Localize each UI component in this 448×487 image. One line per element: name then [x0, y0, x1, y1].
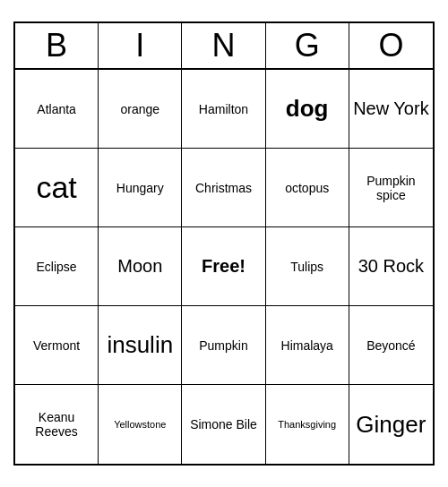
bingo-cell: Hamilton	[182, 70, 265, 149]
bingo-cell: dog	[266, 70, 349, 149]
bingo-cell: cat	[15, 149, 99, 227]
header-letter: G	[266, 23, 349, 68]
bingo-cell: Pumpkin	[182, 306, 265, 385]
bingo-cell: Vermont	[15, 306, 99, 385]
bingo-cell: insulin	[99, 306, 182, 385]
bingo-cell: Atlanta	[15, 70, 99, 149]
bingo-cell: Simone Bile	[182, 385, 265, 464]
bingo-grid: AtlantaorangeHamiltondogNew YorkcatHunga…	[15, 70, 433, 464]
bingo-cell: Keanu Reeves	[15, 385, 99, 464]
bingo-cell: Free!	[182, 227, 265, 306]
bingo-cell: New York	[349, 70, 433, 149]
bingo-cell: octopus	[266, 149, 349, 227]
bingo-cell: Tulips	[266, 227, 349, 306]
bingo-header: BINGO	[15, 23, 433, 70]
bingo-cell: Pumpkin spice	[349, 149, 433, 227]
header-letter: N	[182, 23, 265, 68]
bingo-card: BINGO AtlantaorangeHamiltondogNew Yorkca…	[13, 21, 435, 466]
bingo-cell: Yellowstone	[99, 385, 182, 464]
bingo-cell: Moon	[99, 227, 182, 306]
bingo-cell: Thanksgiving	[266, 385, 349, 464]
bingo-cell: Christmas	[182, 149, 265, 227]
bingo-cell: orange	[99, 70, 182, 149]
bingo-cell: Eclipse	[15, 227, 99, 306]
header-letter: I	[99, 23, 182, 68]
header-letter: B	[15, 23, 99, 68]
bingo-cell: Himalaya	[266, 306, 349, 385]
header-letter: O	[349, 23, 433, 68]
bingo-cell: Ginger	[349, 385, 433, 464]
bingo-cell: Beyoncé	[349, 306, 433, 385]
bingo-cell: 30 Rock	[349, 227, 433, 306]
bingo-cell: Hungary	[99, 149, 182, 227]
